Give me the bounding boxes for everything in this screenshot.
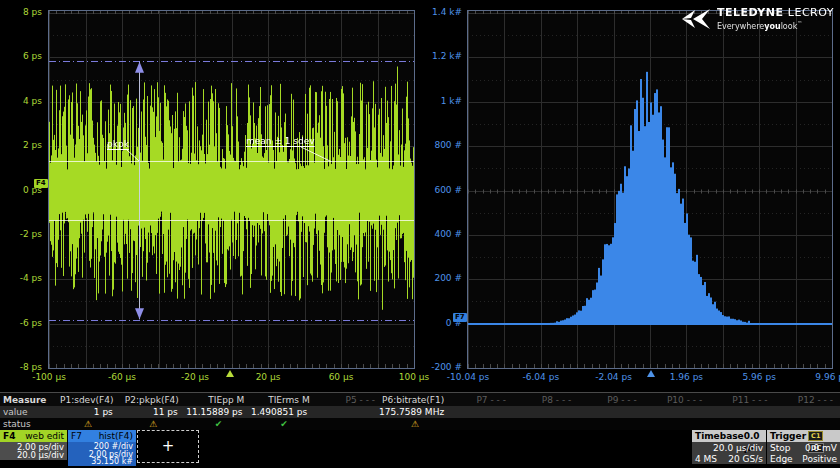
timebase-descriptor-box[interactable]: Timebase0.0 µs 20.0 µs/div 4 MS20 GS/s	[692, 430, 766, 464]
status-row-label: status	[0, 419, 55, 429]
f4-id: F4	[3, 430, 15, 442]
axis-tick-label: 1 k#	[420, 96, 462, 106]
measure-param-value: 11.15889 ps	[185, 407, 250, 417]
measure-param-header[interactable]: TIErms M	[251, 395, 316, 405]
f4-channel-badge[interactable]: F4	[34, 179, 48, 188]
left-plot-y-axis: 8 ps6 ps4 ps2 ps0 ps-2 ps-4 ps-6 ps-8 ps	[0, 10, 45, 369]
teledyne-lecroy-logo: TELEDYNE LECROY Everywhereyoulook™	[682, 7, 834, 31]
right-trigger-position-marker[interactable]	[647, 370, 655, 377]
axis-tick-label: 200 #	[420, 273, 462, 283]
f4-descriptor-box[interactable]: F4web edit 2.00 ps/div20.0 µs/div	[0, 430, 67, 460]
brand-name: TELEDYNE LECROY	[717, 7, 834, 19]
axis-tick-label: -8 ps	[0, 362, 42, 372]
axis-tick-label: -6 ps	[0, 318, 42, 328]
measure-param-header[interactable]: P12 - - -	[775, 395, 840, 405]
axis-tick-label: -2.04 ps	[582, 372, 646, 382]
brand-tagline: Everywhereyoulook™	[717, 19, 834, 31]
axis-tick-label: 400 #	[420, 229, 462, 239]
measure-param-header[interactable]: P7 - - -	[447, 395, 512, 405]
oscilloscope-screen: 8 ps6 ps4 ps2 ps0 ps-2 ps-4 ps-6 ps-8 ps…	[0, 0, 840, 468]
axis-tick-label: -20 µs	[163, 372, 227, 382]
axis-tick-label: 1.4 k#	[420, 7, 462, 17]
measure-row-label: Measure	[0, 395, 55, 405]
measure-param-value: 175.7589 MHz	[379, 407, 451, 417]
axis-tick-label: 60 µs	[309, 372, 373, 382]
measure-param-value: 1.490851 ps	[249, 407, 314, 417]
axis-tick-label: 20 µs	[236, 372, 300, 382]
measure-param-header[interactable]: TIEpp M	[186, 395, 251, 405]
timebase-samplerate: 20 GS/s	[728, 454, 763, 465]
axis-tick-label: 9.96 ps	[800, 372, 840, 382]
axis-tick-label: 8 ps	[0, 7, 42, 17]
trigger-level: 0.0 mV	[805, 443, 837, 454]
tie-histogram-plot[interactable]	[468, 11, 832, 368]
teledyne-arrows-icon	[682, 7, 712, 31]
axis-tick-label: -200 #	[420, 362, 462, 372]
axis-tick-label: -100 µs	[17, 372, 81, 382]
value-row-label: value	[0, 407, 55, 417]
measure-header-row: Measure P1:sdev(F4)P2:pkpk(F4)TIEpp MTIE…	[0, 393, 840, 406]
measure-table: Measure P1:sdev(F4)P2:pkpk(F4)TIEpp MTIE…	[0, 392, 840, 430]
measure-param-value: 1 ps	[55, 407, 120, 417]
trigger-mode: Stop	[770, 443, 790, 454]
measure-param-header[interactable]: P8 - - -	[513, 395, 578, 405]
measure-param-header[interactable]: P1:sdev(F4)	[55, 395, 120, 405]
f4-scale-line: 20.0 µs/div	[3, 451, 64, 459]
axis-tick-label: -60 µs	[90, 372, 154, 382]
measure-param-header[interactable]: P5 - - -	[317, 395, 382, 405]
f4-mode: web edit	[25, 430, 64, 442]
trigger-source-badge: C1	[808, 431, 823, 441]
axis-tick-label: 600 #	[420, 185, 462, 195]
axis-tick-label: 1.96 ps	[654, 372, 718, 382]
measure-param-header[interactable]: P9 - - -	[578, 395, 643, 405]
f7-scale-line: 35.150 k#	[71, 458, 133, 466]
warning-icon: ⚠	[382, 419, 447, 430]
axis-tick-label: 2 ps	[0, 140, 42, 150]
axis-tick-label: 4 ps	[0, 96, 42, 106]
add-trace-button[interactable]: +	[137, 430, 199, 463]
axis-tick-label: -10.04 ps	[436, 372, 500, 382]
tie-track-plot[interactable]	[49, 11, 414, 368]
measure-status-row: status ⚠⚠✔✔⚠	[0, 418, 840, 430]
warning-icon: ⚠	[120, 419, 185, 430]
axis-tick-label: -4 ps	[0, 273, 42, 283]
measure-param-value: 11 ps	[120, 407, 185, 417]
warning-icon: ⚠	[55, 419, 120, 430]
timebase-scale: 20.0 µs/div	[713, 443, 763, 454]
timebase-title: Timebase	[695, 430, 744, 442]
axis-tick-label: -6.04 ps	[509, 372, 573, 382]
measure-param-header[interactable]: P10 - - -	[644, 395, 709, 405]
check-icon: ✔	[186, 419, 251, 430]
f7-id: F7	[71, 430, 82, 442]
trigger-type: Edge	[770, 454, 793, 465]
axis-tick-label: 5.96 ps	[727, 372, 791, 382]
trigger-descriptor-box[interactable]: Trigger C1DC Stop0.0 mV EdgePositive	[767, 430, 840, 464]
timebase-memory: 4 MS	[695, 454, 717, 465]
measure-param-header[interactable]: P11 - - -	[709, 395, 774, 405]
left-trigger-position-marker[interactable]	[226, 370, 234, 377]
axis-tick-label: 1.2 k#	[420, 51, 462, 61]
histogram-grid[interactable]	[467, 10, 833, 369]
measure-param-header[interactable]: P2:pkpk(F4)	[120, 395, 185, 405]
check-icon: ✔	[251, 419, 316, 430]
plus-icon: +	[162, 437, 175, 455]
axis-tick-label: 6 ps	[0, 51, 42, 61]
f7-mode: hist(F4)	[99, 430, 133, 442]
f7-trace-badge[interactable]: F7	[453, 313, 467, 322]
axis-tick-label: 800 #	[420, 140, 462, 150]
timebase-offset: 0.0 µs	[744, 430, 763, 442]
tie-track-grid[interactable]	[48, 10, 415, 369]
f7-descriptor-box[interactable]: F7hist(F4) 200 #/div2.00 ps/div35.150 k#	[68, 430, 136, 466]
trigger-title: Trigger	[770, 430, 806, 442]
trigger-slope: Positive	[802, 454, 837, 465]
measure-value-row: value 1 ps11 ps11.15889 ps1.490851 ps175…	[0, 406, 840, 418]
axis-tick-label: -2 ps	[0, 229, 42, 239]
measure-param-header[interactable]: P6:bitrate(F1)	[382, 395, 447, 405]
